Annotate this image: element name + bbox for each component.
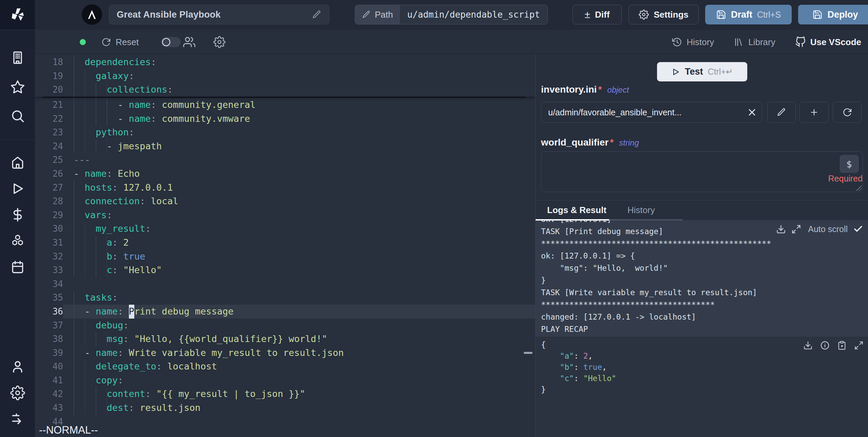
code-line-36[interactable]: 36 - name: Print debug message: [35, 305, 535, 319]
log-line: ok: [127.0.0.1] => {: [541, 250, 863, 262]
add-resource-button[interactable]: [799, 102, 829, 123]
sidebar-item-workspace[interactable]: [0, 43, 35, 72]
code-line-29[interactable]: 29 vars:: [35, 208, 535, 222]
inventory-input[interactable]: [541, 102, 762, 123]
settings-button[interactable]: Settings: [629, 5, 699, 24]
copy-clipboard-icon[interactable]: [837, 341, 847, 350]
resize-handle[interactable]: [856, 185, 862, 191]
ansible-logo: [82, 4, 102, 25]
use-vscode-button[interactable]: Use VScode: [795, 37, 861, 48]
calendar-icon: [10, 260, 25, 274]
editor-settings-gear-icon[interactable]: [213, 36, 226, 48]
sidebar-item-account[interactable]: [0, 354, 35, 380]
sidebar-item-favorites[interactable]: [0, 72, 35, 101]
code-editor[interactable]: 18 dependencies:19 galaxy:20 collections…: [35, 54, 535, 437]
code-line-33[interactable]: 33 c: "Hello": [35, 263, 535, 277]
pencil-icon: [777, 108, 786, 117]
library-button[interactable]: Library: [734, 37, 775, 48]
gear-icon: [10, 385, 25, 400]
cubes-icon: [10, 233, 25, 248]
code-line-31[interactable]: 31 a: 2: [35, 236, 535, 250]
library-label: Library: [748, 37, 775, 48]
code-line-19[interactable]: 19 galaxy:: [35, 69, 535, 83]
clear-value-x-icon[interactable]: [747, 107, 757, 118]
history-button[interactable]: History: [672, 37, 714, 48]
expand-logs-icon[interactable]: [791, 224, 801, 234]
reset-button[interactable]: Reset: [101, 35, 139, 49]
result-line: "a": 2,: [541, 350, 616, 362]
info-icon[interactable]: [820, 341, 830, 350]
windmill-logo[interactable]: [0, 0, 35, 30]
path-group[interactable]: Path u/admin/dependable_script: [355, 5, 548, 24]
code-line-37[interactable]: 37 debug:: [35, 319, 535, 332]
code-line-20[interactable]: 20 collections:: [35, 83, 535, 97]
sidebar-item-home[interactable]: [0, 149, 35, 175]
edit-title-pencil-icon[interactable]: [312, 10, 322, 19]
collaborators-users-icon[interactable]: [183, 36, 195, 48]
play-icon: [671, 68, 680, 76]
path-button[interactable]: Path: [355, 5, 400, 24]
code-line-32[interactable]: 32 b: true: [35, 250, 535, 264]
expand-result-icon[interactable]: [854, 341, 864, 350]
code-line-27[interactable]: 27 hosts: 127.0.0.1: [35, 181, 535, 195]
code-line-30[interactable]: 30 my_result:: [35, 222, 535, 236]
field-label-inventory: inventory.ini * object: [541, 84, 629, 95]
edit-resource-button[interactable]: [767, 102, 796, 123]
sidebar-item-schedules[interactable]: [0, 254, 35, 280]
diff-button[interactable]: ± Diff: [573, 5, 622, 24]
tab-history[interactable]: History: [628, 205, 655, 220]
download-logs-icon[interactable]: [776, 224, 786, 234]
code-line-39[interactable]: 39 - name: Write variable my_result to r…: [35, 346, 535, 360]
code-line-42[interactable]: 42 content: "{{ my_result | to_json }}": [35, 387, 535, 401]
refresh-resource-button[interactable]: [833, 102, 862, 123]
log-line: TASK [Write variable my_result to result…: [541, 286, 863, 299]
draft-label: Draft: [731, 10, 752, 20]
code-line-43[interactable]: 43 dest: result.json: [35, 401, 535, 415]
autoscroll-check-icon[interactable]: [853, 224, 863, 234]
code-line-28[interactable]: 28 connection: local: [35, 194, 535, 208]
draft-button[interactable]: Draft Ctrl+S: [705, 5, 792, 24]
sidebar-item-logout[interactable]: [0, 406, 35, 432]
home-icon: [10, 155, 25, 170]
code-line-21[interactable]: 21 - name: community.general: [35, 98, 535, 112]
deploy-button[interactable]: Deploy: [798, 5, 868, 24]
code-line-38[interactable]: 38 msg: "Hello, {{world_qualifier}} worl…: [35, 332, 535, 346]
star-icon: [10, 79, 25, 94]
script-title-box[interactable]: Great Ansible Playbook: [109, 5, 329, 24]
code-line-35[interactable]: 35 tasks:: [35, 291, 535, 305]
code-line-40[interactable]: 40 delegate_to: localhost: [35, 360, 535, 374]
sidebar-divider: [0, 139, 35, 140]
code-line-34[interactable]: 34: [35, 277, 535, 291]
editor-overview-marker[interactable]: [524, 352, 533, 354]
result-json[interactable]: { "a": 2, "b": true, "c": "Hello"}: [541, 339, 616, 395]
code-line-41[interactable]: 41 copy:: [35, 374, 535, 387]
sidebar-item-resources[interactable]: [0, 228, 35, 254]
code-line-25[interactable]: 25---: [35, 153, 535, 167]
code-line-26[interactable]: 26- name: Echo: [35, 167, 535, 181]
windmill-script-editor: Great Ansible Playbook Path u/admin/depe…: [0, 0, 868, 437]
refresh-icon: [843, 108, 852, 117]
test-label: Test: [685, 66, 703, 77]
code-line-22[interactable]: 22 - name: community.vmware: [35, 112, 535, 126]
log-line: }: [541, 274, 863, 286]
code-lines[interactable]: 21 - name: community.general22 - name: c…: [35, 98, 535, 429]
world-qualifier-input[interactable]: [541, 152, 863, 192]
sidebar-item-runs[interactable]: [0, 175, 35, 202]
sidebar-item-search[interactable]: [0, 101, 35, 131]
sidebar-item-variables[interactable]: [0, 202, 35, 228]
sidebar-item-settings[interactable]: [0, 380, 35, 406]
tab-logs-result[interactable]: Logs & Result: [547, 205, 606, 220]
insert-variable-button[interactable]: $: [840, 155, 859, 173]
code-line-18[interactable]: 18 dependencies:: [35, 55, 535, 69]
toggle-knob: [162, 38, 170, 46]
test-button[interactable]: Test Ctrl+↵: [657, 62, 747, 81]
download-result-icon[interactable]: [803, 341, 813, 350]
code-line-23[interactable]: 23 python:: [35, 126, 535, 139]
toggle-switch[interactable]: [161, 37, 181, 47]
sidebar: [0, 0, 35, 437]
sticky-scroll-lines[interactable]: 18 dependencies:19 galaxy:20 collections…: [35, 54, 535, 97]
log-output[interactable]: ok: [127.0.0.1]TASK [Print debug message…: [536, 221, 868, 337]
code-line-24[interactable]: 24 - jmespath: [35, 139, 535, 153]
inventory-input-wrap: [541, 102, 762, 123]
code-line-44[interactable]: 44: [35, 415, 535, 429]
